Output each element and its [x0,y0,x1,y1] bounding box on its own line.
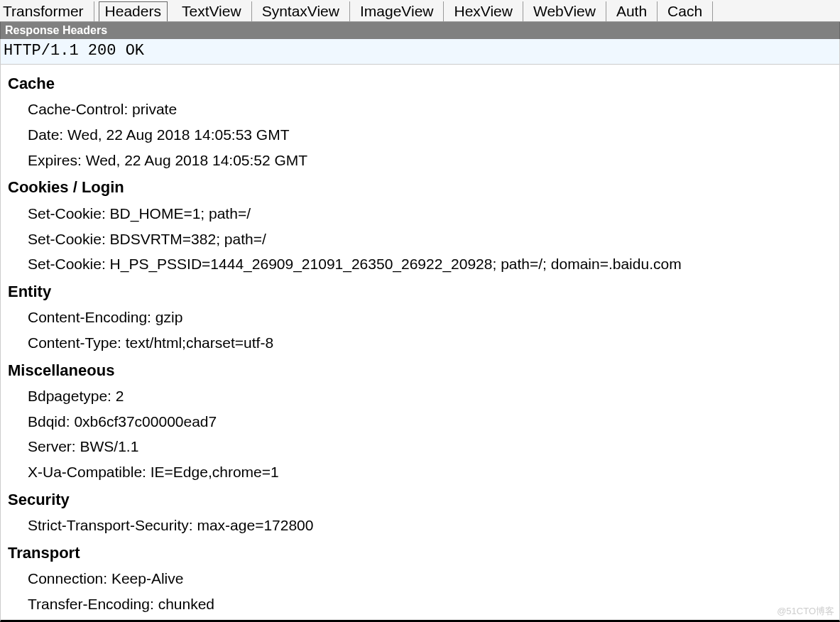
tab-webview[interactable]: WebView [523,1,606,21]
group-title-entity: Entity [2,278,838,305]
header-line[interactable]: Set-Cookie: H_PS_PSSID=1444_26909_21091_… [2,251,838,277]
header-line[interactable]: Content-Encoding: gzip [2,305,838,330]
tab-imageview[interactable]: ImageView [350,1,444,21]
tab-caching[interactable]: Cach [658,1,713,21]
header-line[interactable]: X-Ua-Compatible: IE=Edge,chrome=1 [2,459,838,485]
header-line[interactable]: Cache-Control: private [2,97,838,122]
header-line[interactable]: Connection: Keep-Alive [2,566,838,591]
response-headers-label: Response Headers [0,22,840,39]
group-title-miscellaneous: Miscellaneous [2,357,838,383]
header-line[interactable]: Date: Wed, 22 Aug 2018 14:05:53 GMT [2,122,838,148]
watermark: @51CTO博客 [777,605,834,618]
tab-auth[interactable]: Auth [606,1,658,21]
header-line[interactable]: Bdpagetype: 2 [2,383,838,409]
group-title-security: Security [2,486,838,513]
header-line[interactable]: Strict-Transport-Security: max-age=17280… [2,513,838,538]
tab-textview[interactable]: TextView [172,1,252,21]
tab-syntaxview[interactable]: SyntaxView [252,1,350,21]
tab-headers[interactable]: Headers [99,1,168,21]
header-line[interactable]: Content-Type: text/html;charset=utf-8 [2,330,838,356]
header-line[interactable]: Bdqid: 0xb6cf37c00000ead7 [2,409,838,435]
http-status-line: HTTP/1.1 200 OK [0,39,840,65]
header-line[interactable]: Set-Cookie: BD_HOME=1; path=/ [2,201,838,227]
group-title-cookies-login: Cookies / Login [2,174,838,200]
tab-transformer[interactable]: Transformer [0,1,94,21]
header-line[interactable]: Transfer-Encoding: chunked [2,591,838,617]
group-title-cache: Cache [2,70,838,97]
header-line[interactable]: Server: BWS/1.1 [2,434,838,459]
header-line[interactable]: Expires: Wed, 22 Aug 2018 14:05:52 GMT [2,148,838,173]
tab-hexview[interactable]: HexView [444,1,523,21]
group-title-transport: Transport [2,540,838,566]
headers-content: Cache Cache-Control: private Date: Wed, … [0,65,840,622]
tab-bar: Transformer Headers TextView SyntaxView … [0,0,840,22]
header-line[interactable]: Set-Cookie: BDSVRTM=382; path=/ [2,227,838,252]
